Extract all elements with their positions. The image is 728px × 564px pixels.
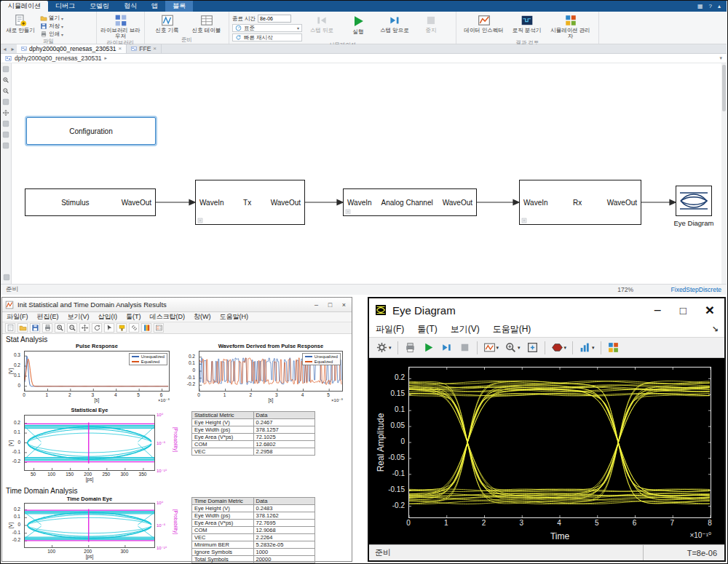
rx-block[interactable]: WaveIn Rx WaveOut xyxy=(519,180,641,225)
stop-time-input[interactable] xyxy=(258,15,291,23)
pulse-response-plot[interactable]: Pulse ResponseUnequalizedEqualized012345… xyxy=(5,343,175,404)
close-tab-icon[interactable] xyxy=(153,46,157,52)
simulation-mode-select[interactable]: 표준 xyxy=(232,24,302,32)
zoom-in-icon[interactable] xyxy=(2,76,9,84)
tab-nav-back-icon[interactable] xyxy=(1,44,9,53)
help-icon[interactable] xyxy=(709,4,712,9)
signal-table-button[interactable]: 신호 테이블 xyxy=(189,13,225,33)
menu-item[interactable]: 파일(F) xyxy=(2,312,33,322)
print-button[interactable]: 인쇄 xyxy=(40,31,63,38)
waveform-plot[interactable]: Waveform Derived from Pulse ResponseUneq… xyxy=(180,343,349,404)
rotate-button[interactable] xyxy=(92,323,102,333)
document-tab[interactable]: dphy2000q00_renesas_230531 xyxy=(17,44,127,53)
stop-button[interactable]: 중지 xyxy=(414,13,448,33)
log-signals-button[interactable]: 신호 기록 xyxy=(149,13,186,33)
data-cursor-button[interactable] xyxy=(104,323,114,333)
minimize-icon[interactable] xyxy=(654,303,661,317)
subsystem-icon[interactable] xyxy=(2,131,9,138)
autoscale-button[interactable] xyxy=(524,339,541,356)
menu-item[interactable]: 도움말(H) xyxy=(215,312,253,322)
toolstrip-tab[interactable]: 시뮬레이션 xyxy=(1,1,48,12)
colorbar-button[interactable] xyxy=(141,323,151,333)
signal-selector-button[interactable] xyxy=(481,339,502,356)
measurements-button[interactable] xyxy=(605,339,622,356)
analog-channel-block[interactable]: WaveIn Analog Channel WaveOut xyxy=(343,188,477,216)
zoom-button[interactable] xyxy=(502,339,523,356)
eye-diagram-plot[interactable]: 012345678-0.2-0.15-0.1-0.0500.050.10.150… xyxy=(369,358,724,544)
toolstrip-tab[interactable]: 앱 xyxy=(144,1,165,12)
step-forward-button[interactable]: 스텝 앞으로 xyxy=(378,13,411,33)
new-figure-button[interactable] xyxy=(5,323,15,333)
toolstrip-tab[interactable]: 형식 xyxy=(116,1,144,12)
tab-nav-forward-icon[interactable] xyxy=(9,44,17,53)
close-icon[interactable] xyxy=(338,300,350,310)
menu-item[interactable]: 삽입(I) xyxy=(94,312,122,322)
maximize-icon[interactable] xyxy=(680,304,687,317)
document-tab[interactable]: FFE xyxy=(127,44,162,53)
dock-icon[interactable] xyxy=(712,325,719,334)
new-model-button[interactable]: 새로 만들기 xyxy=(4,13,37,33)
annotation-icon[interactable] xyxy=(2,120,9,127)
save-button[interactable]: 저장 xyxy=(40,23,63,30)
breadcrumb-options-icon[interactable] xyxy=(719,55,722,61)
zoom-out-icon[interactable] xyxy=(2,87,9,95)
settings-button[interactable] xyxy=(373,339,394,356)
canvas-vertical-scrollbar[interactable] xyxy=(721,63,727,284)
fit-view-icon[interactable] xyxy=(2,98,9,106)
layout-icon[interactable]: ▦ xyxy=(697,4,703,9)
zoom-out-button[interactable] xyxy=(67,323,77,333)
model-canvas[interactable]: Configuration Stimulus WaveOut WaveIn Tx… xyxy=(12,63,721,284)
time-domain-eye-plot[interactable]: Time Domain Eye100200300-0.2-0.100.10.21… xyxy=(5,496,181,560)
eye-mask-button[interactable] xyxy=(549,339,569,356)
brush-button[interactable] xyxy=(116,323,127,333)
step-back-button[interactable]: 스텝 뒤로 xyxy=(305,13,339,33)
menu-item[interactable]: 파일(F) xyxy=(369,323,411,335)
menu-item[interactable]: 편집(E) xyxy=(33,312,63,322)
eye-diagram-scope-block[interactable] xyxy=(676,186,712,216)
logic-analyzer-button[interactable]: 로직 분석기 xyxy=(508,13,546,33)
signal-icon[interactable] xyxy=(2,142,9,149)
configuration-block[interactable]: Configuration xyxy=(26,117,156,145)
link-button[interactable] xyxy=(129,323,139,333)
simulation-manager-button[interactable]: 시뮬레이션 관리자 xyxy=(549,13,593,39)
print-button[interactable] xyxy=(402,339,419,356)
fast-restart-toggle[interactable]: 빠른 재시작 xyxy=(232,33,302,41)
open-button[interactable]: 열기 xyxy=(40,15,63,22)
menu-item[interactable]: 보기(V) xyxy=(444,323,486,335)
data-inspector-button[interactable]: 데이터 인스펙터 xyxy=(463,13,505,33)
menu-item[interactable]: 보기(V) xyxy=(63,312,94,322)
stop-button[interactable] xyxy=(456,339,473,356)
maximize-icon[interactable] xyxy=(324,300,336,310)
close-tab-icon[interactable] xyxy=(119,46,122,52)
close-icon[interactable] xyxy=(705,301,714,319)
collapse-ribbon-icon[interactable]: ▴ xyxy=(718,4,721,9)
hide-browser-icon[interactable] xyxy=(2,65,9,73)
zoom-in-button[interactable] xyxy=(55,323,65,333)
menu-item[interactable]: 데스크탑(D) xyxy=(146,312,190,322)
tx-block[interactable]: WaveIn Tx WaveOut xyxy=(195,180,305,225)
pan-icon[interactable] xyxy=(2,109,9,116)
menu-item[interactable]: 도움말(H) xyxy=(486,323,538,335)
legend-button[interactable] xyxy=(154,323,164,333)
menu-item[interactable]: 툴(T) xyxy=(122,312,146,322)
toolstrip-tab[interactable]: 블록 xyxy=(165,1,193,12)
save-button[interactable] xyxy=(30,323,40,333)
print-button[interactable] xyxy=(42,323,52,333)
menu-item[interactable]: 창(W) xyxy=(189,312,215,322)
step-forward-button[interactable] xyxy=(438,339,455,356)
stimulus-block[interactable]: Stimulus WaveOut xyxy=(25,188,156,216)
library-browser-button[interactable]: 라이브러리 브라우저 xyxy=(100,13,141,39)
minimize-icon[interactable] xyxy=(310,300,323,310)
run-button[interactable]: 실행 xyxy=(341,13,375,35)
histogram-button[interactable] xyxy=(577,339,597,356)
menu-item[interactable]: 툴(T) xyxy=(411,323,443,335)
statistical-eye-plot[interactable]: Statistical Eye50100150200250300350-0.2-… xyxy=(5,407,181,484)
model-browser-icon[interactable] xyxy=(3,274,10,281)
status-solver[interactable]: FixedStepDiscrete xyxy=(671,286,721,293)
open-button[interactable] xyxy=(17,323,28,333)
toolstrip-tab[interactable]: 디버그 xyxy=(48,1,82,12)
run-button[interactable] xyxy=(420,339,437,356)
toolstrip-tab[interactable]: 모델링 xyxy=(82,1,116,12)
pan-button[interactable] xyxy=(79,323,90,333)
breadcrumb[interactable]: dphy2000q00_renesas_230531 xyxy=(1,54,727,63)
